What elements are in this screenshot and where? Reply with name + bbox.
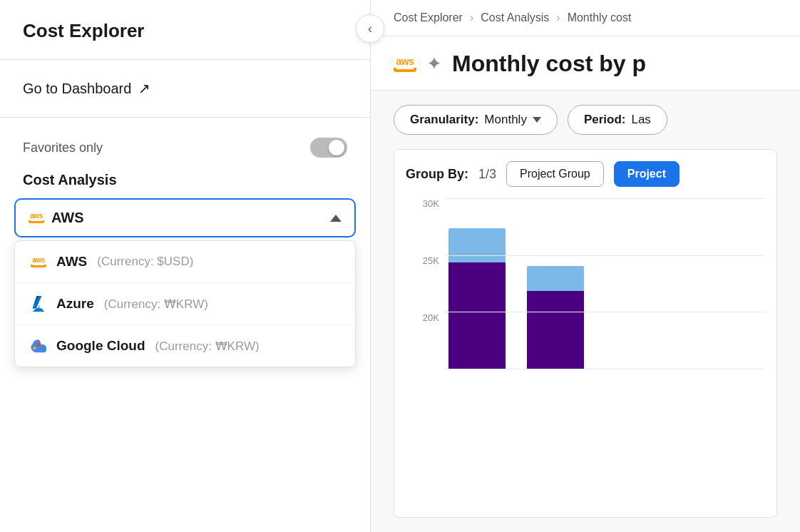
sidebar-title: Cost Explorer	[0, 0, 370, 60]
gcloud-option-name: Google Cloud	[56, 338, 145, 354]
goto-dashboard-link[interactable]: Go to Dashboard ↗	[0, 60, 370, 118]
period-value: Las	[631, 113, 650, 127]
azure-option-name: Azure	[56, 296, 94, 312]
breadcrumb-sep-1: ›	[470, 11, 473, 24]
dropdown-item-aws[interactable]: aws AWS (Currency: $USD)	[15, 241, 355, 283]
granularity-button[interactable]: Granularity: Monthly	[394, 105, 558, 135]
favorites-toggle[interactable]	[310, 138, 347, 158]
y-label-30k: 30K	[406, 198, 445, 209]
compass-icon: ✦	[426, 53, 442, 75]
y-axis: 30K 25K 20K	[406, 198, 445, 369]
group-btn-project-group[interactable]: Project Group	[506, 161, 604, 187]
granularity-label: Granularity:	[410, 113, 478, 127]
granularity-value: Monthly	[484, 113, 527, 127]
breadcrumb-cost-explorer[interactable]: Cost Explorer	[394, 11, 463, 24]
dropdown-item-azure[interactable]: Azure (Currency: ₩KRW)	[15, 283, 355, 325]
dropdown-menu: aws AWS (Currency: $USD) Azure (Currency…	[14, 240, 356, 367]
group-by-count: 1/3	[478, 167, 496, 182]
group-by-label: Group By:	[406, 167, 468, 182]
cloud-provider-dropdown[interactable]: aws AWS	[14, 198, 356, 237]
gridline-1	[445, 198, 765, 199]
collapse-arrow-icon: ‹	[368, 21, 372, 36]
chart-area: 30K 25K 20K	[406, 198, 765, 369]
period-button[interactable]: Period: Las	[568, 105, 667, 135]
dropdown-item-gcloud[interactable]: Google Cloud (Currency: ₩KRW)	[15, 325, 355, 367]
breadcrumb-cost-analysis[interactable]: Cost Analysis	[481, 11, 549, 24]
cost-analysis-section-title: Cost Analysis	[0, 172, 370, 198]
aws-option-name: AWS	[56, 254, 87, 270]
breadcrumb-sep-2: ›	[556, 11, 560, 24]
gridline-3	[445, 312, 765, 312]
favorites-label: Favorites only	[23, 140, 103, 155]
period-label: Period:	[584, 113, 626, 127]
aws-header-logo: aws	[394, 56, 416, 72]
favorites-row: Favorites only	[0, 118, 370, 172]
main-panel: Cost Explorer › Cost Analysis › Monthly …	[371, 0, 800, 532]
breadcrumb-monthly-cost: Monthly cost	[568, 11, 632, 24]
chevron-up-icon	[330, 215, 342, 222]
breadcrumb: Cost Explorer › Cost Analysis › Monthly …	[371, 0, 800, 36]
controls-bar: Granularity: Monthly Period: Las	[371, 91, 800, 149]
aws-logo-icon: aws	[29, 213, 44, 223]
y-label-20k: 20K	[406, 312, 445, 323]
y-gridlines	[445, 198, 765, 369]
dropdown-selected-left: aws AWS	[29, 210, 84, 226]
gridline-4	[445, 369, 765, 369]
external-link-icon: ↗	[138, 80, 150, 97]
group-btn-project[interactable]: Project	[614, 161, 680, 187]
aws-option-currency: (Currency: $USD)	[97, 255, 193, 269]
group-by-row: Group By: 1/3 Project Group Project	[406, 161, 765, 187]
page-title: Monthly cost by p	[452, 51, 646, 77]
granularity-chevron-icon	[533, 117, 541, 123]
sidebar: Cost Explorer Go to Dashboard ↗ Favorite…	[0, 0, 371, 532]
page-header: aws ✦ Monthly cost by p	[371, 36, 800, 91]
goto-dashboard-label: Go to Dashboard	[23, 81, 131, 97]
azure-option-icon	[31, 296, 46, 312]
chart-container: Group By: 1/3 Project Group Project 30K …	[394, 149, 777, 518]
y-label-25k: 25K	[406, 255, 445, 266]
dropdown-selected-label: AWS	[51, 210, 84, 226]
gridline-2	[445, 255, 765, 256]
gcloud-option-currency: (Currency: ₩KRW)	[155, 339, 260, 354]
aws-option-icon: aws	[31, 257, 46, 267]
toggle-knob	[329, 140, 344, 155]
gcloud-option-icon	[31, 338, 46, 354]
azure-option-currency: (Currency: ₩KRW)	[104, 297, 208, 312]
sidebar-collapse-button[interactable]: ‹	[356, 14, 384, 43]
